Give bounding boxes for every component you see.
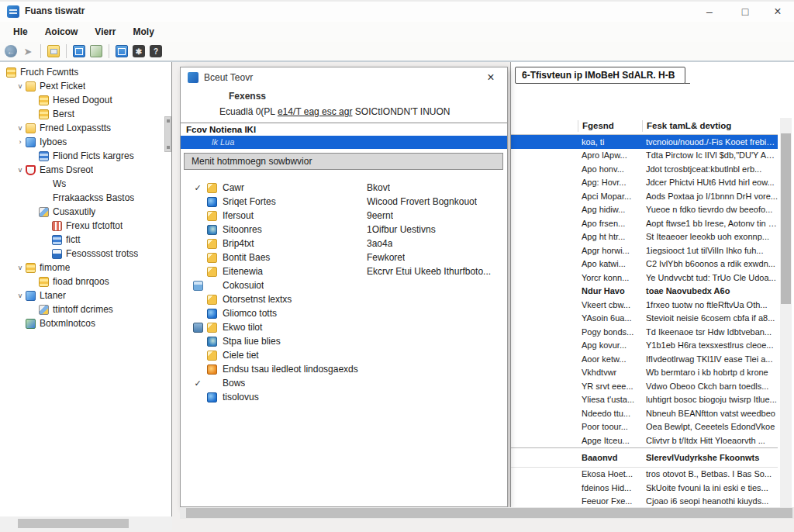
table-row[interactable]: Baaonvd SlerevlVudyrkshe Fkoonwts [511, 447, 778, 468]
table-row[interactable]: Apci Mopar... Aods Poxtaa jo I/1bnnn DrH… [511, 189, 778, 203]
table-row[interactable]: Apro lApw... Tdta Pirctow Ic IIVl $db,"D… [511, 149, 778, 163]
tree-expand-arrow[interactable]: v [15, 124, 26, 132]
table-row[interactable]: Apg: Hovr... Jdcer Phictvi HUt6 Hvtd hir… [511, 176, 778, 190]
table-row[interactable]: Yorcr konn... Ye Undvvcbt tud: TrUo Cle … [511, 271, 778, 285]
table-row[interactable]: Ndur Havo toae Naovubedx A6o [511, 285, 778, 299]
dialog-list-item[interactable]: Brip4txt 3ao4a [181, 237, 507, 250]
export-doc-icon[interactable] [90, 45, 102, 57]
minimize-button[interactable]: – [696, 3, 723, 20]
table-row[interactable]: Apg ht htr... St Iteaeoer leeokb uoh exo… [511, 230, 778, 244]
tree-expand-arrow[interactable]: v [15, 82, 26, 90]
dialog-selected-row[interactable]: lk Lua [181, 136, 507, 149]
menu-view[interactable]: Vierr [86, 24, 124, 40]
table-row[interactable]: koa, ti tvcnoiou/nouod./-Fis Kooet frebi… [511, 135, 778, 149]
dialog-list-item[interactable]: Eitenewia Ekcrvr Etui Ukeeb Ithurfboto..… [181, 264, 507, 278]
table-row[interactable]: fdeinos Hid... SkUoite fvouni la ini esk… [511, 481, 778, 495]
dialog-list-item[interactable]: ✓ Bows [181, 376, 507, 390]
forward-icon[interactable]: ➤ [22, 45, 34, 57]
table-row[interactable]: Yliesa t'usta... luhtigrt bosoc biogoju … [511, 393, 778, 407]
table-row[interactable]: Poor toour... Oea Bewlpt, Ceeetels Edond… [511, 420, 778, 434]
table-row[interactable]: YR srvt eee... Vdwo Obeoo Ckch barn toed… [511, 379, 778, 393]
table-row[interactable]: Apgr horwi... 1iegsiooct 1ut tilVilIn Ih… [511, 244, 778, 257]
sidebar-tree-item[interactable]: Frrakaackss Bastos [0, 191, 171, 205]
sidebar-tree-item[interactable]: Cusaxutily [0, 205, 171, 219]
help-note-icon[interactable] [47, 45, 60, 57]
item-check[interactable]: ✓ [192, 183, 204, 193]
sidebar-tree-item[interactable]: fioad bnrqoos [0, 275, 171, 288]
sidebar-vertical-scrollbar[interactable] [164, 116, 171, 152]
dialog-group-box[interactable]: Menit hotmmoegn sowbwvior [184, 153, 503, 170]
sidebar-hscroll-thumb[interactable] [18, 519, 129, 528]
table-row[interactable]: Pogy bonds... Td Ikeenaoe tsr Hdw Idbtve… [511, 325, 778, 339]
table-row[interactable]: Apo frsen... Aopt ftwse1 bb Irese, Aoton… [511, 216, 778, 230]
tree-expand-arrow[interactable]: v [15, 292, 26, 299]
tree-expand-arrow[interactable]: › [15, 138, 26, 146]
dialog-list-item[interactable]: Endsu tsau iledleot lindosgaexds [181, 362, 507, 376]
tree-expand-arrow[interactable]: v [15, 264, 26, 271]
dialog-list-item[interactable]: Ekwo tilot [181, 320, 507, 334]
table-row[interactable]: Vkhdtvwr Wb bermtaro i kb hobrtp d krone [511, 366, 778, 380]
table-row[interactable]: Feeuor Fxe... Cjoao i6 seopi heanothi ki… [511, 495, 778, 508]
dialog-list-item[interactable]: Otorsetnst lextxs [181, 292, 507, 306]
column-header-blank[interactable] [511, 120, 578, 132]
events-vscroll-thumb[interactable] [781, 133, 791, 304]
sidebar-tree-item[interactable]: Hesed Dogout [0, 93, 171, 107]
dialog-list-item[interactable]: Ciele tiet [181, 348, 507, 362]
sidebar-tree-item[interactable]: Berst [0, 107, 171, 121]
events-vertical-scrollbar[interactable] [780, 118, 792, 507]
dialog-list-item[interactable]: Sitoonres 1Oifbur Uestivns [181, 223, 507, 237]
item-check[interactable] [192, 323, 204, 333]
column-header-process[interactable]: Fgesnd [578, 120, 642, 132]
sidebar-tree-item[interactable]: Fruch Fcwntts [0, 65, 171, 79]
item-check[interactable] [192, 281, 204, 291]
column-header-description[interactable]: Fesk tamL& devtiog [642, 120, 778, 132]
console-window-icon[interactable] [73, 45, 85, 57]
sidebar-tree-item[interactable]: Fliond Ficts kargres [0, 149, 171, 163]
dialog-list-item[interactable]: Gliomco totts [181, 306, 507, 320]
dialog-list-item[interactable]: tisolovus [181, 390, 507, 404]
table-row[interactable]: Vkeert cbw... 1frxeo tuotw no ftleRftvUa… [511, 298, 778, 312]
menu-action[interactable]: Aoicow [36, 24, 87, 40]
sidebar-horizontal-scrollbar[interactable] [0, 516, 172, 530]
window-icon[interactable] [116, 45, 128, 57]
dialog-link[interactable]: e14/T eag esc agr [278, 106, 353, 117]
table-row[interactable]: Apg hidiw... Yueoe n fdko tievrdo dw bee… [511, 203, 778, 217]
maximize-button[interactable]: □ [732, 3, 758, 20]
table-row[interactable]: YAsoin 6ua... Stevioit neisie 6cosem cbf… [511, 312, 778, 326]
sidebar-tree-item[interactable]: v Ltaner [0, 288, 171, 302]
dialog-list-item[interactable]: Bontit Baes Fewkoret [181, 250, 507, 264]
help-icon[interactable]: ? [150, 45, 162, 57]
sidebar-tree-item[interactable]: v Eams Dsreot [0, 163, 171, 177]
tree-expand-arrow[interactable]: v [15, 166, 26, 174]
menu-help[interactable]: Moly [125, 24, 163, 40]
table-row[interactable]: Apg kovur... Y1b1eb H6ra texsxestlrus cl… [511, 339, 778, 353]
sidebar-tree-item[interactable]: fictt [0, 233, 171, 247]
properties-icon[interactable]: ✱ [133, 45, 145, 57]
sidebar-tree-item[interactable]: Fesosssost trotss [0, 247, 171, 261]
sidebar-tree-item[interactable]: › Iyboes [0, 135, 171, 149]
table-row[interactable]: Ndeedo ttu... Nbneuh BEANftton vatst wee… [511, 406, 778, 420]
item-check[interactable]: ✓ [192, 378, 204, 389]
dialog-list-item[interactable]: ✓ Cawr Bkovt [181, 181, 507, 195]
back-icon[interactable]: ← [5, 45, 17, 57]
dialog-list-item[interactable]: Sriqet Fortes Wicood Frovert Bognkouot [181, 195, 507, 209]
table-row[interactable]: Aoor ketw... IfIvdeotlrwag TKl1lV ease T… [511, 352, 778, 366]
sidebar-tree-item[interactable]: v Pext Ficket [0, 79, 171, 93]
table-row[interactable]: Apo honv... Jdot tcrosbtjceat:kbutlnbl e… [511, 162, 778, 176]
table-row[interactable]: Apge Itceu... Clivtvr b t/Itdx Hitt Yloe… [511, 434, 778, 447]
sidebar-tree-item[interactable]: ttintoff dcrimes [0, 302, 171, 316]
table-row[interactable]: Ekosa Hoet... tros otovot B., Betbas. I … [511, 468, 778, 482]
dialog-list-item[interactable]: Stpa liue blies [181, 334, 507, 348]
content-hscroll-thumb[interactable] [186, 508, 792, 518]
sidebar-tree-item[interactable]: Botxmlnotcos [0, 316, 171, 330]
menu-file[interactable]: Hle [5, 24, 36, 40]
content-horizontal-scrollbar[interactable] [180, 507, 794, 519]
sidebar-tree-item[interactable]: v Frned Loxpasstts [0, 121, 171, 135]
dialog-close-icon[interactable]: × [482, 70, 499, 85]
close-button[interactable]: × [765, 3, 791, 20]
table-row[interactable]: Apo katwi... C2 IvlYbh b6oonos a rdik ex… [511, 257, 778, 271]
dialog-list-item[interactable]: Ifersout 9eernt [181, 209, 507, 223]
sidebar-tree-item[interactable]: Ws [0, 177, 171, 191]
sidebar-tree-item[interactable]: Frexu tfctoftot [0, 219, 171, 233]
dialog-list-item[interactable]: Cokosuiot [181, 278, 507, 292]
